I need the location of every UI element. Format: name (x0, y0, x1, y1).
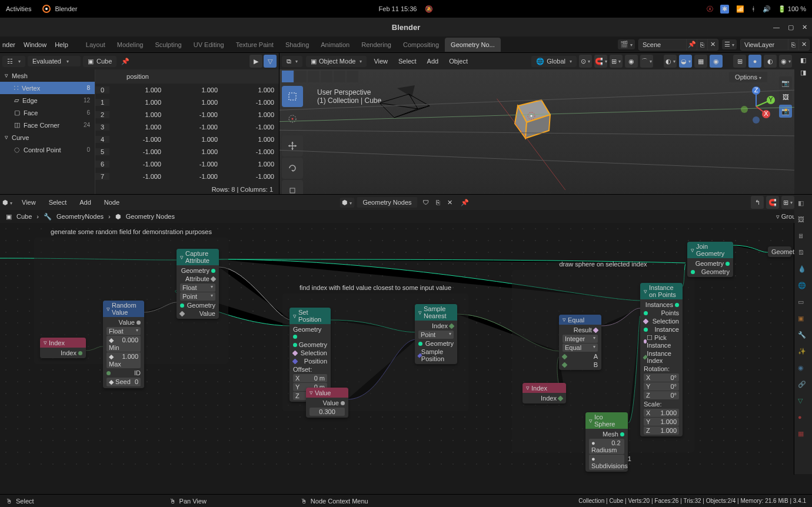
eval-mode-dropdown[interactable]: Evaluated (28, 56, 81, 66)
table-row[interactable]: 21.000-1.0001.000 (95, 108, 279, 121)
cube-object[interactable] (503, 88, 562, 147)
rot-z[interactable]: Z0° (644, 391, 679, 399)
modifier-browse-icon[interactable]: ⬢ (340, 198, 354, 208)
tool-select[interactable] (282, 86, 303, 107)
domain-dropdown[interactable]: Point (418, 331, 454, 339)
help-menu[interactable]: Help (55, 41, 68, 48)
crumb-nodetree[interactable]: Geometry Nodes (126, 213, 175, 220)
type-dropdown[interactable]: Float (107, 327, 141, 335)
tool-rotate[interactable] (282, 158, 303, 179)
browse-viewlayer-icon[interactable]: ☰ (722, 39, 737, 49)
table-row[interactable]: 7-1.000-1.000-1.000 (95, 170, 279, 182)
parent-icon[interactable]: ↰ (751, 196, 764, 209)
rot-y[interactable]: Y0° (644, 382, 679, 391)
tree-edge[interactable]: ▱Edge12 (0, 94, 95, 106)
node-sample-nearest[interactable]: ▿Sample Nearest Index Point Geometry Sam… (415, 304, 457, 364)
show-gizmo-icon[interactable]: ◉ (710, 55, 723, 68)
min-field[interactable]: ◆ Min0.000 (107, 336, 141, 352)
camera-object[interactable] (374, 82, 444, 129)
tab-layout[interactable]: Layout (80, 38, 111, 52)
tray-icon-1[interactable]: ⓧ (707, 5, 713, 14)
tool-move[interactable] (282, 135, 303, 156)
selmode-2[interactable] (295, 71, 307, 82)
tab-modifier-icon[interactable]: 🔧 (798, 331, 808, 342)
view-menu[interactable]: View (370, 56, 391, 66)
table-row[interactable]: 6-1.000-1.0001.000 (95, 158, 279, 170)
scene-selector[interactable]: Scene 📌 ⎘ ✕ (638, 39, 718, 51)
overlays-icon[interactable]: ◒ (679, 55, 692, 68)
side-camera-icon[interactable]: 📷 (779, 76, 792, 89)
tree-curve[interactable]: ▿Curve (0, 131, 95, 144)
scene-pin-icon[interactable]: 📌 (686, 39, 697, 50)
tree-controlpoint[interactable]: ◌Control Point0 (0, 144, 95, 156)
table-row[interactable]: 01.0001.0001.000 (95, 84, 279, 96)
chevron-icon[interactable]: ◨ (800, 69, 806, 76)
tab-data-icon[interactable]: ▽ (798, 397, 808, 408)
tab-viewlayer-icon[interactable]: 🖻 (798, 249, 808, 259)
notifications-icon[interactable]: 🔕 (425, 5, 433, 13)
nadd-menu[interactable]: Add (76, 197, 95, 208)
crumb-modifier[interactable]: GeometryNodes (56, 213, 104, 220)
tree-mesh[interactable]: ▿Mesh (0, 69, 95, 82)
editor-type-dropdown[interactable]: ⧉ (282, 56, 302, 67)
node-capture-attribute[interactable]: ▿Capture Attribute Geometry Attribute Fl… (177, 249, 219, 319)
file-menu[interactable]: nder (2, 41, 15, 48)
max-field[interactable]: ◆ Max1.000 (107, 352, 141, 368)
window-menu[interactable]: Window (24, 41, 46, 48)
snap-target-icon[interactable]: ⊞ (781, 196, 794, 209)
subdiv-field[interactable]: ● Subdivisions1 (589, 455, 624, 470)
bluetooth2-icon[interactable]: ᚼ (751, 5, 756, 12)
proportional-icon[interactable]: ◉ (625, 55, 638, 68)
node-instance-on-points[interactable]: ▿Instance on Points Instances Points Sel… (640, 283, 683, 436)
maximize-button[interactable]: ▢ (788, 24, 794, 31)
tab-texture-icon[interactable]: ▦ (798, 430, 808, 441)
tab-physics-icon[interactable]: ◉ (798, 364, 808, 375)
side-render-icon[interactable]: 🖼 (779, 91, 792, 104)
arrow-play-icon[interactable]: ▶ (249, 55, 262, 68)
close-button[interactable]: ✕ (802, 24, 807, 31)
table-row[interactable]: 11.0001.000-1.000 (95, 96, 279, 108)
tool-scale[interactable] (282, 180, 303, 194)
proportional-type-icon[interactable]: ⌒ (640, 55, 653, 68)
nnode-menu[interactable]: Node (101, 197, 123, 208)
activities-button[interactable]: Activities (6, 5, 31, 12)
offset-x[interactable]: X0 m (293, 374, 327, 382)
type-dropdown[interactable]: Integer (563, 335, 598, 343)
shading-matpreview-icon[interactable]: ◐ (764, 55, 777, 68)
tab-world-icon[interactable]: 🌐 (798, 282, 808, 292)
pin-icon[interactable]: 📌 (457, 198, 472, 208)
snap-icon[interactable]: 🧲 (766, 196, 779, 209)
snap-icon[interactable]: 🧲 (594, 55, 607, 68)
tab-geometrynodes[interactable]: Geometry No... (445, 38, 501, 52)
node-index2[interactable]: ▿Index Index (523, 383, 566, 403)
viewlayer-copy-icon[interactable]: ⎘ (788, 39, 798, 50)
editor-type-dropdown[interactable]: ☷ (2, 56, 25, 67)
selmode-1[interactable] (282, 71, 294, 82)
tab-uvediting[interactable]: UV Editing (188, 38, 230, 52)
tab-modeling[interactable]: Modeling (111, 38, 149, 52)
seed-field[interactable]: ◆ Seed0 (107, 378, 141, 386)
object-selector[interactable]: ▣Cube (83, 56, 117, 67)
tab-rendering[interactable]: Rendering (355, 38, 397, 52)
tab-render-icon[interactable]: 🖼 (798, 216, 808, 226)
tab-scene-icon[interactable]: 💧 (798, 265, 808, 276)
node-equal[interactable]: ▿Equal Result Integer Equal A B (559, 315, 601, 370)
selmode-3[interactable] (308, 71, 320, 82)
gizmo-visibility-icon[interactable]: ◐ (664, 55, 677, 68)
shield-icon[interactable]: 🛡 (420, 198, 431, 207)
crumb-cube[interactable]: Cube (16, 213, 32, 220)
pin-icon[interactable]: 📌 (121, 58, 129, 65)
tab-particles-icon[interactable]: ✨ (798, 348, 808, 358)
viewlayer-delete-icon[interactable]: ✕ (798, 39, 809, 50)
tree-face[interactable]: ▢Face6 (0, 106, 95, 119)
tab-object-icon[interactable]: ▣ (798, 315, 808, 325)
selmode-5[interactable] (334, 71, 345, 82)
object-menu[interactable]: Object (445, 56, 471, 66)
scl-x[interactable]: X1.000 (644, 409, 679, 417)
table-row[interactable]: 5-1.0001.000-1.000 (95, 145, 279, 158)
tab-output-icon[interactable]: 🗏 (798, 232, 808, 243)
rot-x[interactable]: X0° (644, 373, 679, 382)
navigation-gizmo[interactable]: Z Y X (736, 86, 777, 127)
tab-collection-icon[interactable]: ▭ (798, 298, 808, 309)
scene-copy-icon[interactable]: ⎘ (697, 39, 707, 50)
